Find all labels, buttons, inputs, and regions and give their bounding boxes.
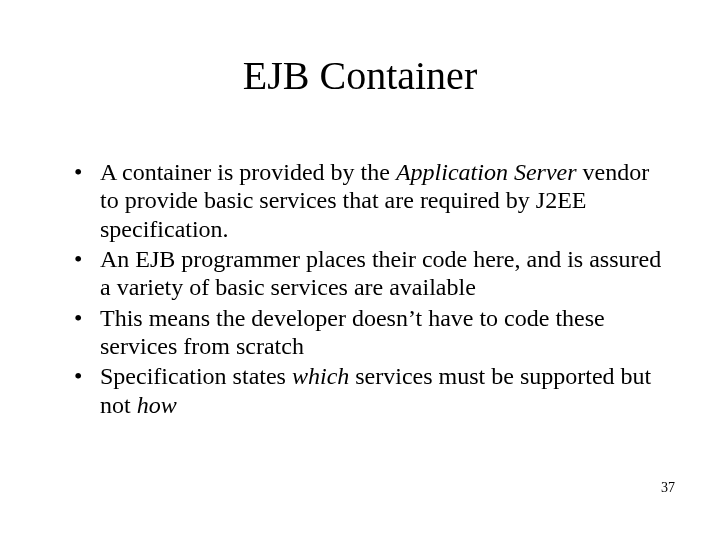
bullet-item: • Specification states which services mu… bbox=[72, 362, 662, 419]
bullet-text: A container is provided by the Applicati… bbox=[100, 158, 662, 243]
slide-body: • A container is provided by the Applica… bbox=[72, 158, 662, 421]
slide-title: EJB Container bbox=[0, 52, 720, 99]
text-run: Specification states bbox=[100, 363, 292, 389]
bullet-item: • An EJB programmer places their code he… bbox=[72, 245, 662, 302]
bullet-item: • This means the developer doesn’t have … bbox=[72, 304, 662, 361]
text-run-italic: Application Server bbox=[396, 159, 577, 185]
text-run-italic: which bbox=[292, 363, 349, 389]
bullet-item: • A container is provided by the Applica… bbox=[72, 158, 662, 243]
bullet-marker-icon: • bbox=[72, 304, 100, 332]
text-run-italic: how bbox=[137, 392, 177, 418]
text-run: This means the developer doesn’t have to… bbox=[100, 305, 605, 359]
bullet-text: Specification states which services must… bbox=[100, 362, 662, 419]
bullet-marker-icon: • bbox=[72, 362, 100, 390]
slide: EJB Container • A container is provided … bbox=[0, 0, 720, 540]
bullet-text: An EJB programmer places their code here… bbox=[100, 245, 662, 302]
text-run: A container is provided by the bbox=[100, 159, 396, 185]
bullet-marker-icon: • bbox=[72, 245, 100, 273]
text-run: An EJB programmer places their code here… bbox=[100, 246, 661, 300]
bullet-text: This means the developer doesn’t have to… bbox=[100, 304, 662, 361]
bullet-marker-icon: • bbox=[72, 158, 100, 186]
page-number: 37 bbox=[661, 480, 675, 496]
